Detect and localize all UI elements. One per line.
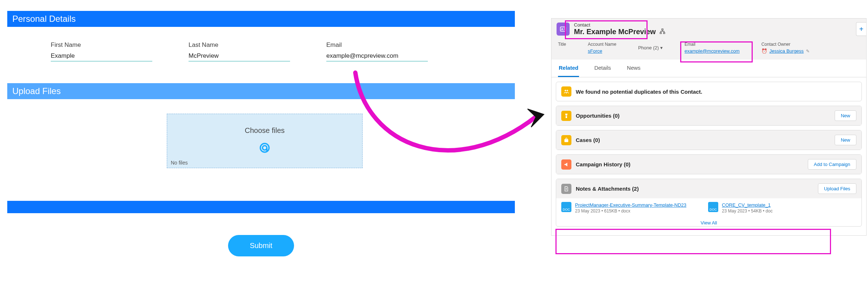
attachment-link[interactable]: CORE_CV_template_1 (722, 202, 770, 208)
email-label: Email (326, 41, 428, 49)
cases-title: Cases (0) (576, 137, 600, 143)
campaign-icon (561, 159, 571, 170)
no-files-text: No files (171, 160, 188, 166)
attachment-meta: 23 May 2023 • 615KB • docx (575, 208, 686, 214)
add-campaign-button[interactable]: Add to Campaign (808, 159, 856, 170)
notes-card: Notes & Attachments (2) Upload Files DOC… (556, 179, 862, 227)
svg-rect-5 (660, 32, 661, 33)
opportunities-card: Opportunities (0) New (556, 106, 862, 126)
file-icon: DOC (708, 202, 718, 212)
contact-fields-row: Title Account Name sForce Phone (2) ▾ Em… (551, 37, 866, 60)
file-upload-zone[interactable]: Choose files No files (167, 114, 363, 168)
owner-link[interactable]: Jessica Burgess (769, 48, 804, 54)
svg-rect-4 (662, 29, 663, 30)
notes-title: Notes & Attachments (2) (576, 186, 639, 192)
salesforce-panel: Contact Mr. Example McPreview + Title Ac… (551, 18, 867, 236)
attachment-meta: 23 May 2023 • 54KB • doc (722, 208, 773, 214)
divider-bar (7, 201, 515, 213)
chevron-down-icon: ▾ (660, 45, 663, 50)
sf-email-link[interactable]: example@mcpreview.com (685, 48, 740, 54)
contact-type-label: Contact (574, 22, 665, 28)
duplicates-text: We found no potential duplicates of this… (576, 89, 702, 95)
opportunities-title: Opportunities (0) (576, 113, 620, 119)
tabs: Related Details News (551, 60, 866, 77)
duplicate-icon (561, 86, 571, 97)
first-name-label: First Name (51, 41, 152, 49)
owner-label: Contact Owner (761, 42, 810, 47)
phone-label: Phone (2) (638, 45, 659, 50)
account-link[interactable]: sForce (588, 48, 602, 54)
related-body: We found no potential duplicates of this… (551, 77, 866, 235)
upload-files-button[interactable]: Upload Files (818, 183, 856, 194)
title-field: Title (558, 42, 566, 54)
attachment-item: DOC CORE_CV_template_1 23 May 2023 • 54K… (708, 202, 773, 214)
clock-icon: ⏰ (761, 48, 767, 54)
svg-rect-0 (561, 27, 566, 31)
contact-icon (557, 23, 570, 36)
add-button[interactable]: + (856, 22, 866, 36)
svg-rect-9 (566, 116, 567, 118)
attachment-link[interactable]: ProjectManager-Executive-Summary-Templat… (575, 202, 686, 208)
sf-email-field: Email example@mcpreview.com (685, 42, 740, 54)
submit-button[interactable]: Submit (228, 235, 294, 256)
tab-news[interactable]: News (626, 60, 641, 77)
attachments-row: DOC ProjectManager-Executive-Summary-Tem… (556, 198, 861, 219)
duplicates-card: We found no potential duplicates of this… (556, 82, 862, 101)
new-case-button[interactable]: New (835, 135, 856, 145)
svg-point-1 (562, 28, 563, 29)
form-panel: Personal Details First Name Last Name Em… (7, 11, 515, 256)
last-name-field: Last Name (189, 41, 290, 61)
contact-name: Mr. Example McPreview (574, 28, 656, 36)
file-icon: DOC (561, 202, 571, 212)
first-name-field: First Name (51, 41, 152, 61)
attachment-item: DOC ProjectManager-Executive-Summary-Tem… (561, 202, 686, 214)
edit-icon[interactable]: ✎ (806, 49, 810, 54)
section-upload-files: Upload Files (7, 83, 515, 99)
last-name-input[interactable] (189, 51, 290, 61)
svg-rect-10 (565, 139, 569, 142)
contact-header: Contact Mr. Example McPreview + (551, 19, 866, 37)
choose-files-label: Choose files (245, 126, 285, 135)
svg-point-7 (565, 90, 566, 91)
phone-field[interactable]: Phone (2) ▾ (638, 42, 663, 54)
hierarchy-icon[interactable] (660, 28, 665, 35)
paperclip-icon (258, 141, 271, 156)
campaign-card: Campaign History (0) Add to Campaign (556, 154, 862, 174)
last-name-label: Last Name (189, 41, 290, 49)
tab-related[interactable]: Related (558, 60, 579, 77)
account-field: Account Name sForce (588, 42, 616, 54)
opportunity-icon (561, 111, 571, 121)
account-label: Account Name (588, 42, 616, 47)
campaign-title: Campaign History (0) (576, 161, 631, 167)
first-name-input[interactable] (51, 51, 152, 61)
email-input[interactable] (326, 51, 428, 61)
email-field: Email (326, 41, 428, 61)
svg-rect-6 (663, 32, 665, 33)
owner-field: Contact Owner ⏰ Jessica Burgess ✎ (761, 42, 810, 54)
sf-email-label: Email (685, 42, 740, 47)
notes-icon (561, 184, 571, 194)
case-icon (561, 135, 571, 145)
section-personal-details: Personal Details (7, 11, 515, 27)
title-label: Title (558, 42, 566, 47)
view-all-link[interactable]: View All (556, 219, 861, 226)
personal-fields-row: First Name Last Name Email (7, 41, 515, 61)
svg-point-8 (567, 90, 568, 91)
new-opportunity-button[interactable]: New (835, 110, 856, 121)
tab-details[interactable]: Details (594, 60, 612, 77)
cases-card: Cases (0) New (556, 130, 862, 150)
